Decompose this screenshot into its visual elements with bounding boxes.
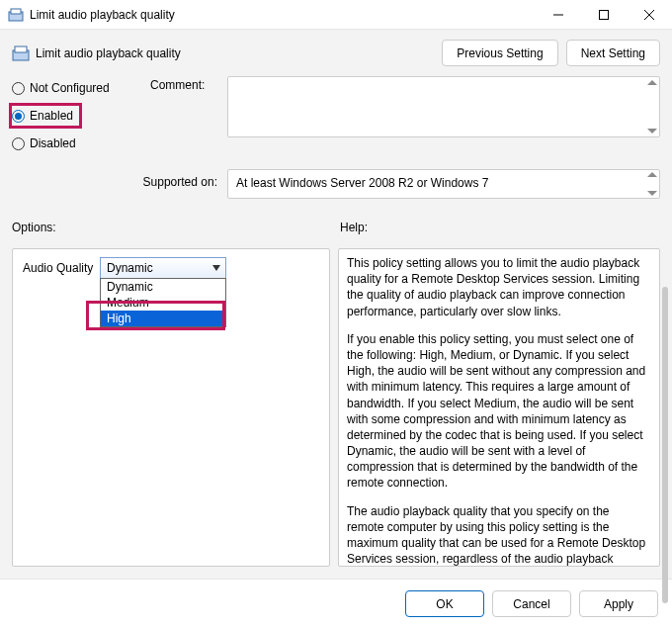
radio-not-configured[interactable]: Not Configured xyxy=(12,78,150,98)
app-icon xyxy=(8,7,24,23)
supported-on-text: At least Windows Server 2008 R2 or Windo… xyxy=(236,176,488,190)
scroll-up-icon[interactable] xyxy=(647,172,657,177)
cancel-button[interactable]: Cancel xyxy=(492,590,571,617)
supported-on-field: At least Windows Server 2008 R2 or Windo… xyxy=(227,169,660,199)
audio-quality-listbox[interactable]: Dynamic Medium High xyxy=(100,278,226,327)
comment-textarea[interactable] xyxy=(227,76,660,137)
radio-label: Not Configured xyxy=(30,81,110,95)
audio-quality-combobox[interactable]: Dynamic xyxy=(100,257,226,279)
help-paragraph: This policy setting allows you to limit … xyxy=(347,255,649,319)
next-setting-button[interactable]: Next Setting xyxy=(566,40,660,66)
help-label: Help: xyxy=(340,221,368,234)
window-title: Limit audio playback quality xyxy=(30,8,536,22)
maximize-button[interactable] xyxy=(581,0,627,30)
ok-button[interactable]: OK xyxy=(405,590,484,617)
radio-label: Enabled xyxy=(30,109,73,123)
svg-rect-1 xyxy=(11,9,21,14)
apply-button[interactable]: Apply xyxy=(579,590,658,617)
scrollbar-thumb[interactable] xyxy=(662,287,668,603)
scroll-down-icon[interactable] xyxy=(647,191,657,196)
previous-setting-button[interactable]: Previous Setting xyxy=(442,40,557,66)
radio-enabled[interactable]: Enabled xyxy=(12,106,79,126)
help-paragraph: If you enable this policy setting, you m… xyxy=(347,331,649,492)
dialog-footer: OK Cancel Apply xyxy=(0,579,672,628)
policy-title: Limit audio playback quality xyxy=(36,46,442,60)
audio-quality-label: Audio Quality xyxy=(23,257,100,275)
title-bar: Limit audio playback quality xyxy=(0,0,672,30)
options-panel: Audio Quality Dynamic Dynamic Medium Hig… xyxy=(12,248,330,567)
radio-icon xyxy=(12,82,25,95)
option-high[interactable]: High xyxy=(101,311,225,326)
policy-icon xyxy=(12,45,30,62)
content-area: Limit audio playback quality Previous Se… xyxy=(0,30,672,579)
supported-on-label: Supported on: xyxy=(12,169,227,199)
radio-icon xyxy=(12,137,25,150)
scroll-up-icon[interactable] xyxy=(647,80,657,85)
option-dynamic[interactable]: Dynamic xyxy=(101,279,225,295)
combobox-value: Dynamic xyxy=(107,261,153,275)
state-radio-group: Not Configured Enabled Disabled xyxy=(12,76,150,161)
scroll-down-icon[interactable] xyxy=(647,129,657,134)
radio-icon xyxy=(12,110,25,123)
svg-rect-7 xyxy=(15,46,27,52)
chevron-down-icon[interactable] xyxy=(208,258,225,278)
options-label: Options: xyxy=(12,221,340,234)
option-medium[interactable]: Medium xyxy=(101,295,225,311)
help-panel: This policy setting allows you to limit … xyxy=(338,248,660,567)
svg-rect-3 xyxy=(600,10,609,19)
close-button[interactable] xyxy=(627,0,672,30)
help-paragraph: The audio playback quality that you spec… xyxy=(347,503,649,567)
sub-header: Limit audio playback quality Previous Se… xyxy=(12,40,660,66)
radio-disabled[interactable]: Disabled xyxy=(12,134,150,153)
minimize-button[interactable] xyxy=(536,0,581,30)
radio-label: Disabled xyxy=(30,136,76,150)
comment-label: Comment: xyxy=(150,76,227,161)
